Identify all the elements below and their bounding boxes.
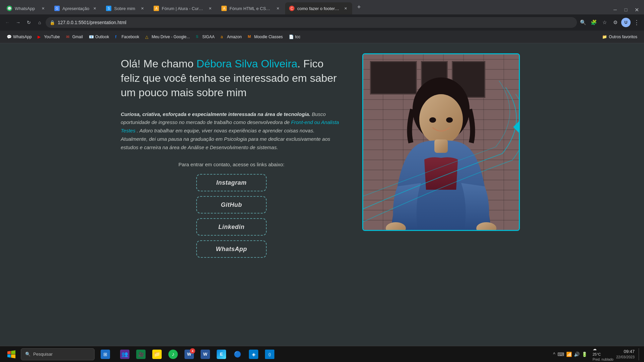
start-button[interactable] bbox=[4, 347, 19, 362]
home-button[interactable]: ⌂ bbox=[35, 18, 44, 27]
profile-icon[interactable]: U bbox=[621, 18, 631, 27]
bookmark-sigaa[interactable]: S SIGAA bbox=[193, 32, 217, 42]
show-desktop-button[interactable] bbox=[639, 348, 640, 360]
taskbar-app-vscode[interactable]: {} bbox=[262, 347, 277, 362]
taskbar-app-edge[interactable]: E bbox=[214, 347, 229, 362]
gmail-bookmark-icon: ✉ bbox=[66, 35, 71, 39]
bookmark-moodle-label: Moodle Classes bbox=[254, 35, 283, 39]
svg-rect-2 bbox=[434, 139, 448, 153]
taskbar-search[interactable]: 🔍 Pesquisar bbox=[21, 348, 95, 360]
facebook-bookmark-icon: f bbox=[115, 35, 120, 39]
taskbar-app-teams[interactable]: 👥 bbox=[117, 347, 132, 362]
task-view-icon: ⊞ bbox=[101, 350, 110, 359]
tab-alura2[interactable]: A Fórum HTML e CSS: cabeç... ✕ bbox=[217, 2, 284, 14]
outlook-bookmark-icon: 📧 bbox=[89, 35, 94, 39]
taskbar-app-spotify[interactable]: ♪ bbox=[166, 347, 180, 362]
bookmark-outlook[interactable]: 📧 Outlook bbox=[86, 32, 112, 42]
greeting-start: Olá! Me chamo bbox=[121, 58, 197, 70]
tab-footer-close[interactable]: ✕ bbox=[343, 6, 348, 11]
tab-apresentacao-label: Apresentação bbox=[62, 6, 89, 11]
bookmark-amazon[interactable]: a Amazon bbox=[218, 32, 245, 42]
tab-footer[interactable]: C como fazer o footer ocupa... ✕ bbox=[285, 2, 352, 14]
close-button[interactable]: ✕ bbox=[632, 5, 641, 14]
forward-button[interactable]: → bbox=[13, 18, 23, 27]
svg-point-1 bbox=[419, 94, 463, 144]
taskbar-clock[interactable]: 09:47 22/03/2023 bbox=[616, 349, 635, 360]
bookmark-gmail[interactable]: ✉ Gmail bbox=[63, 32, 86, 42]
tray-arrow-icon[interactable]: ^ bbox=[553, 352, 555, 357]
bookmark-sigaa-label: SIGAA bbox=[202, 35, 215, 39]
taskbar-app-files[interactable]: 📁 bbox=[150, 347, 164, 362]
wifi-icon[interactable]: 📶 bbox=[566, 352, 572, 357]
tab-alura1-close[interactable]: ✕ bbox=[207, 6, 213, 11]
bookmark-moodle[interactable]: M Moodle Classes bbox=[245, 32, 285, 42]
tab-alura1[interactable]: A Fórum | Alura - Cursos onl... ✕ bbox=[150, 2, 217, 14]
linkedin-button[interactable]: Linkedin bbox=[196, 218, 267, 236]
youtube-bookmark-icon: ▶ bbox=[38, 35, 42, 39]
folder-icon: 📁 bbox=[602, 35, 607, 39]
task-view-button[interactable]: ⊞ bbox=[98, 347, 113, 362]
bio-bold: Curiosa, criativa, esforçada e especialm… bbox=[121, 111, 310, 117]
photo-frame bbox=[362, 53, 520, 231]
bookmark-facebook[interactable]: f Facebook bbox=[112, 32, 142, 42]
bookmark-tcc[interactable]: 📄 tcc bbox=[286, 32, 303, 42]
sigaa-bookmark-icon: S bbox=[196, 35, 201, 39]
vscode-icon: {} bbox=[265, 350, 274, 359]
battery-icon: 🔋 bbox=[582, 352, 587, 357]
menu-button[interactable]: ⋮ bbox=[632, 18, 641, 27]
tab-apresentacao[interactable]: G Apresentação ✕ bbox=[50, 2, 101, 14]
tab-alura1-label: Fórum | Alura - Cursos onl... bbox=[162, 6, 205, 11]
profile-avatar[interactable]: U bbox=[621, 18, 631, 27]
tcc-bookmark-icon: 📄 bbox=[289, 35, 293, 39]
edge-icon: E bbox=[217, 350, 226, 359]
keyboard-icon: ⌨ bbox=[557, 352, 564, 357]
bookmarks-right: 📁 Outros favoritos bbox=[599, 32, 640, 42]
taskbar-app-video[interactable]: 🎥 bbox=[133, 347, 148, 362]
word-badge: 4 bbox=[190, 348, 195, 354]
taskbar-apps: 👥 🎥 📁 ♪ W 4 W E 🔵 ◈ {} bbox=[117, 347, 277, 362]
alura1-favicon: A bbox=[154, 6, 159, 11]
tab-sobre-close[interactable]: ✕ bbox=[140, 6, 145, 11]
name-highlight: Débora Silva Oliveira bbox=[197, 58, 298, 70]
extension-icon[interactable]: 🧩 bbox=[589, 18, 598, 27]
extensions-button[interactable]: ⚙ bbox=[610, 18, 620, 27]
tab-whatsapp-close[interactable]: ✕ bbox=[40, 6, 46, 11]
address-bar[interactable]: 🔒 127.0.0.1:5501/presentation.html bbox=[46, 17, 577, 28]
weather-widget[interactable]: ☁ 25°C Pred. nublado bbox=[593, 346, 613, 362]
main-heading: Olá! Me chamo Débora Silva Oliveira. Fic… bbox=[121, 57, 342, 100]
search-icon[interactable]: 🔍 bbox=[578, 18, 588, 27]
tab-whatsapp[interactable]: 💬 WhatsApp ✕ bbox=[3, 2, 50, 14]
taskbar-app-chrome[interactable]: 🔵 bbox=[230, 347, 245, 362]
bookmark-icon[interactable]: ☆ bbox=[600, 18, 609, 27]
bookmark-youtube-label: YouTube bbox=[44, 35, 60, 39]
github-button[interactable]: GitHub bbox=[196, 196, 267, 214]
video-icon: 🎥 bbox=[136, 350, 146, 359]
whatsapp-button[interactable]: WhatsApp bbox=[196, 240, 267, 258]
tab-apresentacao-close[interactable]: ✕ bbox=[92, 6, 97, 11]
bookmark-whatsapp[interactable]: 💬 WhatsApp bbox=[4, 32, 34, 42]
taskbar-app-vs[interactable]: ◈ bbox=[246, 347, 261, 362]
back-button[interactable]: ← bbox=[3, 18, 12, 27]
teams-icon: 👥 bbox=[120, 350, 129, 359]
nav-actions: 🔍 🧩 ☆ ⚙ U ⋮ bbox=[578, 18, 641, 27]
minimize-button[interactable]: ─ bbox=[610, 5, 620, 14]
bookmark-amazon-label: Amazon bbox=[227, 35, 242, 39]
taskbar-app-word[interactable]: W 4 bbox=[182, 347, 197, 362]
maximize-button[interactable]: □ bbox=[621, 5, 631, 14]
refresh-button[interactable]: ↻ bbox=[24, 18, 34, 27]
volume-icon[interactable]: 🔊 bbox=[574, 352, 580, 357]
new-tab-button[interactable]: + bbox=[354, 3, 364, 12]
tab-sobre[interactable]: S Sobre mim ✕ bbox=[102, 2, 149, 14]
outros-favoritos-button[interactable]: 📁 Outros favoritos bbox=[599, 32, 640, 42]
system-tray: ^ ⌨ 📶 🔊 🔋 bbox=[553, 352, 587, 357]
taskbar-app-word2[interactable]: W bbox=[198, 347, 213, 362]
bookmark-outlook-label: Outlook bbox=[95, 35, 109, 39]
address-text: 127.0.0.1:5501/presentation.html bbox=[58, 20, 126, 25]
contact-heading: Para entrar em contato, acesse os links … bbox=[121, 162, 342, 167]
alura2-favicon: A bbox=[221, 6, 227, 11]
instagram-button[interactable]: Instagram bbox=[196, 174, 267, 191]
bookmark-youtube[interactable]: ▶ YouTube bbox=[35, 32, 62, 42]
whatsapp-favicon: 💬 bbox=[7, 6, 12, 11]
bookmark-drive[interactable]: △ Meu Drive - Google... bbox=[143, 32, 193, 42]
tab-alura2-close[interactable]: ✕ bbox=[275, 6, 280, 11]
